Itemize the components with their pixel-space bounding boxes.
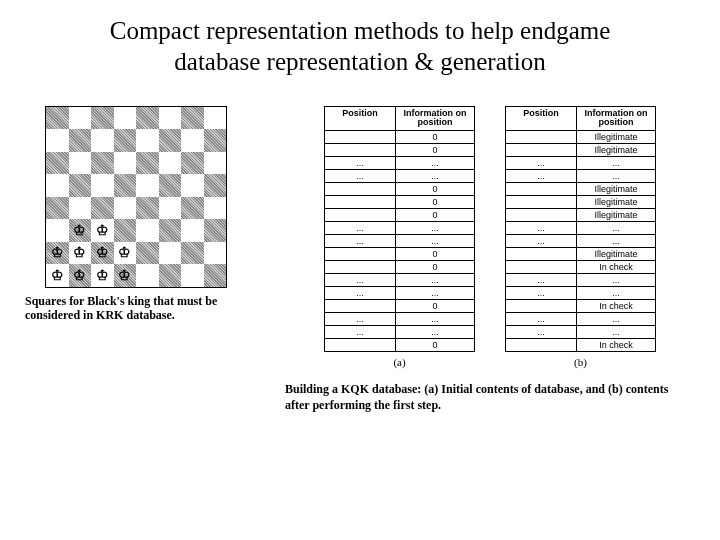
square [204, 264, 227, 287]
square [159, 107, 182, 130]
square [69, 107, 92, 130]
table-row: ...... [324, 157, 475, 170]
table-row: ...... [324, 222, 475, 235]
square: ♔ [114, 264, 137, 287]
square [204, 129, 227, 152]
square [181, 219, 204, 242]
square [136, 107, 159, 130]
table-row: 0 [324, 196, 475, 209]
square [181, 242, 204, 265]
slide-title: Compact representation methods to help e… [0, 0, 720, 86]
square [114, 129, 137, 152]
square [159, 242, 182, 265]
table-row: 0 [324, 339, 475, 352]
table-row: ...... [505, 313, 656, 326]
square [204, 219, 227, 242]
king-icon: ♔ [93, 221, 112, 240]
table-row: 0 [324, 144, 475, 157]
square: ♔ [91, 219, 114, 242]
square [181, 152, 204, 175]
square [181, 264, 204, 287]
square [159, 219, 182, 242]
square [136, 242, 159, 265]
king-icon: ♔ [48, 244, 67, 263]
table-row: ...... [505, 222, 656, 235]
king-icon: ♔ [48, 266, 67, 285]
king-icon: ♔ [93, 266, 112, 285]
square [204, 107, 227, 130]
square [114, 174, 137, 197]
king-icon: ♔ [71, 221, 90, 240]
square [204, 197, 227, 220]
king-icon: ♔ [93, 244, 112, 263]
square [46, 197, 69, 220]
square [69, 129, 92, 152]
table-row: Illegitimate [505, 209, 656, 222]
square [159, 197, 182, 220]
king-icon: ♔ [116, 244, 135, 263]
square: ♔ [46, 264, 69, 287]
table-row: Illegitimate [505, 183, 656, 196]
chessboard: ♔♔♔♔♔♔♔♔♔♔ [45, 106, 227, 288]
square [136, 197, 159, 220]
square [159, 152, 182, 175]
label-b: (b) [505, 356, 656, 368]
table-a: PositionInformation on position 00......… [324, 106, 475, 353]
table-row: In check [505, 339, 656, 352]
table-row: In check [505, 261, 656, 274]
table-row: 0 [324, 261, 475, 274]
square [136, 152, 159, 175]
king-icon: ♔ [71, 244, 90, 263]
table-row: 0 [324, 300, 475, 313]
table-row: Illegitimate [505, 144, 656, 157]
square [114, 197, 137, 220]
tables-caption: Building a KQK database: (a) Initial con… [280, 382, 700, 413]
square [91, 174, 114, 197]
table-row: ...... [324, 313, 475, 326]
label-a: (a) [324, 356, 475, 368]
square [46, 129, 69, 152]
table-row: 0 [324, 209, 475, 222]
square [69, 152, 92, 175]
table-row: 0 [324, 183, 475, 196]
square: ♔ [46, 242, 69, 265]
king-icon: ♔ [116, 266, 135, 285]
square [46, 174, 69, 197]
square [181, 107, 204, 130]
square [46, 219, 69, 242]
square [204, 152, 227, 175]
table-row: ...... [324, 287, 475, 300]
th-position: Position [506, 107, 577, 131]
table-row: ...... [505, 170, 656, 183]
square [159, 129, 182, 152]
square [136, 174, 159, 197]
square [114, 152, 137, 175]
square [136, 219, 159, 242]
square [91, 152, 114, 175]
square [114, 219, 137, 242]
table-row: In check [505, 300, 656, 313]
table-row: ...... [505, 326, 656, 339]
th-position: Position [325, 107, 396, 131]
square [91, 197, 114, 220]
king-icon: ♔ [71, 266, 90, 285]
square [69, 174, 92, 197]
square [136, 264, 159, 287]
square: ♔ [91, 264, 114, 287]
square [181, 129, 204, 152]
board-caption: Squares for Black's king that must be co… [20, 294, 270, 323]
square [91, 107, 114, 130]
table-row: ...... [324, 326, 475, 339]
square: ♔ [91, 242, 114, 265]
table-row: ...... [324, 235, 475, 248]
table-b: PositionInformation on position Illegiti… [505, 106, 656, 353]
square [136, 129, 159, 152]
table-row: ...... [505, 157, 656, 170]
square [46, 152, 69, 175]
table-row: ...... [505, 287, 656, 300]
table-row: ...... [324, 274, 475, 287]
square [159, 264, 182, 287]
table-row: 0 [324, 248, 475, 261]
square [181, 174, 204, 197]
square [91, 129, 114, 152]
